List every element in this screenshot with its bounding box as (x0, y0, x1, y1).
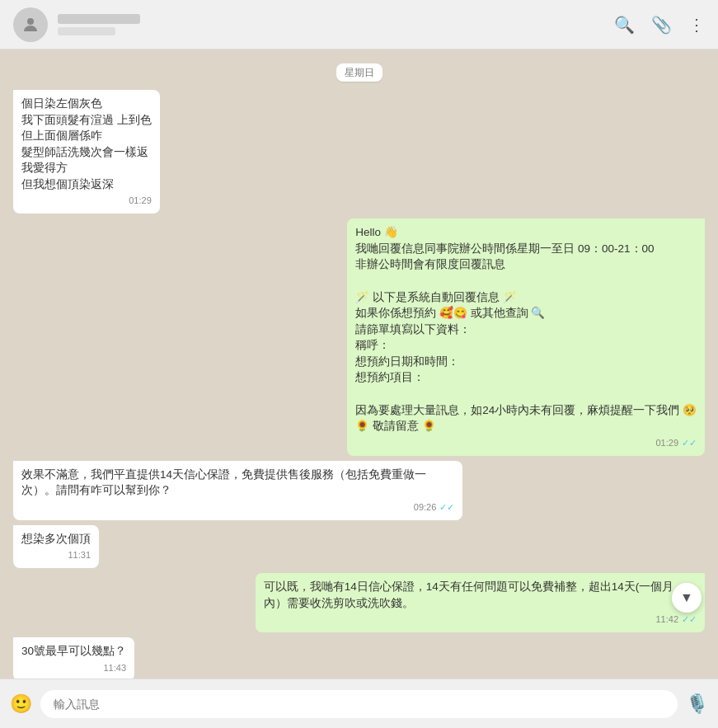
chevron-down-icon: ▼ (680, 590, 693, 605)
read-check-icon: ✓✓ (682, 437, 697, 450)
contact-name (58, 14, 140, 24)
message-bubble: 可以既，我哋有14日信心保證，14天有任何問題可以免費補整，超出14天(一個月內… (256, 573, 705, 632)
message-bubble: 想染多次個頂 11:31 (13, 525, 99, 569)
search-icon[interactable]: 🔍 (614, 15, 635, 35)
scroll-to-bottom-button[interactable]: ▼ (672, 583, 702, 613)
message-time: 09:26 (414, 501, 437, 514)
message-row: 效果不滿意，我們平直提供14天信心保證，免費提供售後服務（包括免費重做一次）。請… (13, 461, 705, 520)
message-row: 30號最早可以幾點？ 11:43 (13, 637, 705, 679)
message-bubble: Hello 👋 我哋回覆信息同事院辦公時間係星期一至日 09：00-21：00 … (347, 218, 705, 455)
input-bar: 🙂 🎙️ (0, 679, 718, 728)
message-row: 想染多次個頂 11:31 (13, 525, 705, 569)
message-bubble: 30號最早可以幾點？ 11:43 (13, 637, 134, 679)
message-bubble: 個日染左個灰色 我下面頭髮有渲過 上到色 但上面個層係咋 髮型師話洗幾次會一樣返… (13, 90, 160, 214)
chat-wrapper: 星期日 個日染左個灰色 我下面頭髮有渲過 上到色 但上面個層係咋 髮型師話洗幾次… (0, 49, 718, 679)
message-text: Hello 👋 我哋回覆信息同事院辦公時間係星期一至日 09：00-21：00 … (355, 224, 697, 434)
message-text: 30號最早可以幾點？ (21, 643, 126, 660)
message-row: 個日染左個灰色 我下面頭髮有渲過 上到色 但上面個層係咋 髮型師話洗幾次會一樣返… (13, 90, 705, 214)
message-row: Hello 👋 我哋回覆信息同事院辦公時間係星期一至日 09：00-21：00 … (13, 218, 705, 455)
emoji-icon[interactable]: 🙂 (10, 693, 32, 715)
message-time: 01:29 (655, 437, 678, 450)
message-bubble: 效果不滿意，我們平直提供14天信心保證，免費提供售後服務（包括免費重做一次）。請… (13, 461, 462, 520)
day-label: 星期日 (13, 64, 705, 80)
message-text: 想染多次個頂 (21, 531, 91, 547)
message-text: 個日染左個灰色 我下面頭髮有渲過 上到色 但上面個層係咋 髮型師話洗幾次會一樣返… (21, 96, 152, 192)
svg-point-0 (27, 18, 34, 25)
read-check-icon: ✓✓ (439, 501, 454, 514)
message-text: 效果不滿意，我們平直提供14天信心保證，免費提供售後服務（包括免費重做一次）。請… (21, 467, 454, 499)
read-check-icon: ✓✓ (682, 613, 697, 627)
attach-icon[interactable]: 📎 (651, 15, 672, 35)
message-row: 可以既，我哋有14日信心保證，14天有任何問題可以免費補整，超出14天(一個月內… (13, 573, 705, 632)
message-time: 11:43 (104, 662, 127, 675)
message-time: 11:42 (655, 613, 678, 627)
message-time: 01:29 (129, 195, 152, 208)
microphone-icon[interactable]: 🎙️ (686, 693, 708, 715)
chat-header: 🔍 📎 ⋮ (0, 0, 718, 49)
message-input[interactable] (40, 690, 678, 718)
header-actions: 🔍 📎 ⋮ (614, 15, 705, 35)
avatar[interactable] (13, 7, 48, 42)
message-time: 11:31 (68, 549, 91, 562)
chat-area: 星期日 個日染左個灰色 我下面頭髮有渲過 上到色 但上面個層係咋 髮型師話洗幾次… (0, 49, 718, 679)
contact-status (58, 27, 115, 35)
message-text: 可以既，我哋有14日信心保證，14天有任何問題可以免費補整，超出14天(一個月內… (264, 579, 697, 611)
contact-info (58, 14, 614, 35)
menu-icon[interactable]: ⋮ (688, 15, 705, 35)
